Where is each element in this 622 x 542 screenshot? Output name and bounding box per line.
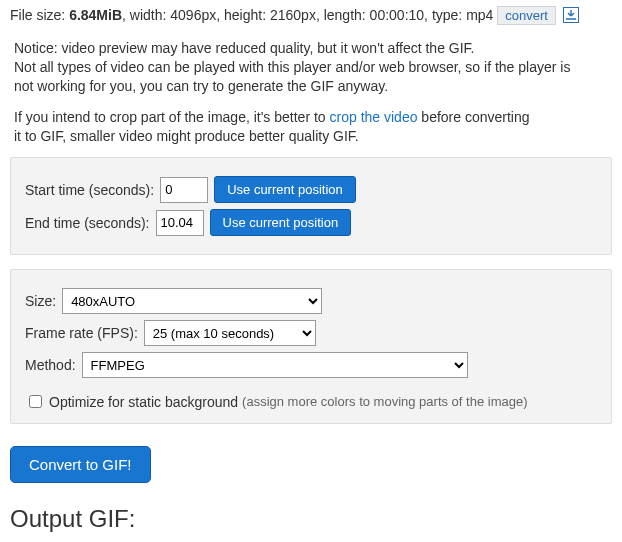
file-size-value: 6.84MiB (69, 7, 122, 23)
height-label: height: (224, 7, 266, 23)
width-value: 4096px (170, 7, 216, 23)
size-label: Size: (25, 293, 56, 309)
end-time-label: End time (seconds): (25, 215, 150, 231)
crop-video-link[interactable]: crop the video (330, 109, 418, 125)
fps-select[interactable]: 25 (max 10 seconds) (144, 320, 316, 346)
type-value: mp4 (466, 7, 493, 23)
download-icon[interactable] (563, 7, 579, 23)
fps-label: Frame rate (FPS): (25, 325, 138, 341)
settings-panel: Size: 480xAUTO Frame rate (FPS): 25 (max… (10, 269, 612, 424)
convert-format-button[interactable]: convert (497, 6, 556, 25)
optimize-label: Optimize for static background (49, 394, 238, 410)
size-select[interactable]: 480xAUTO (62, 288, 322, 314)
type-label: type: (432, 7, 462, 23)
length-label: length: (324, 7, 366, 23)
height-value: 2160px (270, 7, 316, 23)
start-time-input[interactable] (160, 177, 208, 203)
time-range-panel: Start time (seconds): Use current positi… (10, 157, 612, 255)
end-use-current-button[interactable]: Use current position (210, 209, 352, 236)
method-label: Method: (25, 357, 76, 373)
length-value: 00:00:10 (370, 7, 425, 23)
optimize-hint: (assign more colors to moving parts of t… (242, 394, 527, 409)
method-select[interactable]: FFMPEG (82, 352, 468, 378)
end-time-input[interactable] (156, 210, 204, 236)
start-use-current-button[interactable]: Use current position (214, 176, 356, 203)
optimize-checkbox[interactable] (29, 395, 42, 408)
start-time-label: Start time (seconds): (25, 182, 154, 198)
width-label: width: (130, 7, 167, 23)
quality-notice: Notice: video preview may have reduced q… (14, 39, 612, 96)
convert-to-gif-button[interactable]: Convert to GIF! (10, 446, 151, 483)
crop-tip: If you intend to crop part of the image,… (14, 108, 612, 146)
output-heading: Output GIF: (10, 505, 612, 533)
file-size-label: File size: (10, 7, 65, 23)
file-info-bar: File size: 6.84MiB, width: 4096px, heigh… (10, 6, 612, 25)
